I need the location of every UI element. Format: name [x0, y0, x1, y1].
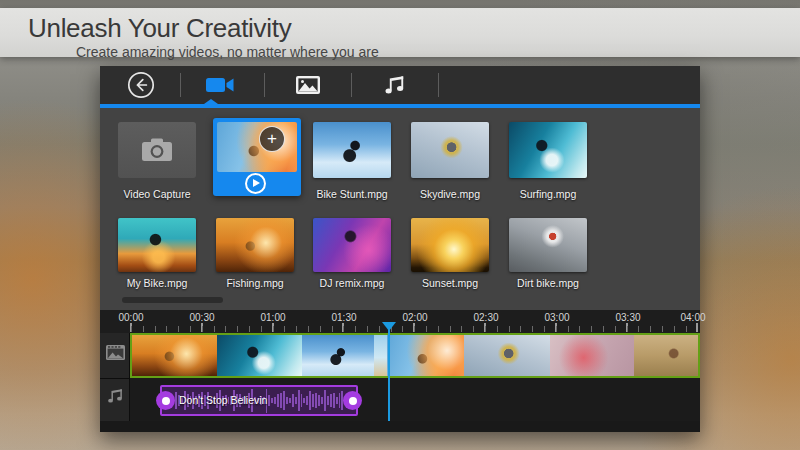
tab-divider	[438, 73, 439, 97]
media-thumb-bike-stunt[interactable]	[313, 122, 391, 178]
tile-label: My Bike.mpg	[108, 277, 206, 289]
media-thumb-skydive[interactable]	[411, 122, 489, 178]
selected-clip-tile[interactable]: +	[213, 118, 301, 196]
ruler-label: 03:30	[603, 312, 653, 323]
timeline-video-track[interactable]	[130, 333, 700, 378]
playhead-handle[interactable]	[382, 322, 396, 331]
audio-clip[interactable]: Don't Stop Believin	[160, 385, 358, 416]
track-header-column	[100, 333, 130, 421]
media-thumb-dj-remix[interactable]	[313, 218, 391, 272]
ruler-label: 00:30	[177, 312, 227, 323]
selected-clip-thumbnail	[217, 122, 297, 172]
photo-icon	[295, 75, 321, 95]
trim-handle-left[interactable]	[156, 391, 175, 410]
tab-divider	[351, 73, 352, 97]
tile-label: Fishing.mpg	[206, 277, 304, 289]
back-button[interactable]	[113, 70, 169, 100]
ruler-label: 02:00	[390, 312, 440, 323]
ruler-minor-ticks	[131, 326, 697, 332]
active-tab-caret	[204, 99, 218, 104]
media-thumb-surfing[interactable]	[509, 122, 587, 178]
timeline-ruler[interactable]: 00:00 00:30 01:00 01:30 02:00 02:30 03:0…	[100, 310, 700, 333]
tile-label: Video Capture	[108, 188, 206, 200]
add-icon[interactable]: +	[259, 126, 285, 152]
media-thumb-sunset[interactable]	[411, 218, 489, 272]
app-panel: Video Capture + Bike Stunt.mpg Skydive.m…	[100, 66, 700, 432]
timeline: 00:00 00:30 01:00 01:30 02:00 02:30 03:0…	[100, 310, 700, 432]
timeline-audio-track[interactable]: Don't Stop Believin	[130, 378, 700, 421]
ruler-label: 04:00	[668, 312, 718, 323]
timeline-clip-skydive[interactable]	[464, 335, 550, 376]
tile-label: DJ remix.mpg	[303, 277, 401, 289]
tab-photo-library[interactable]	[280, 70, 336, 100]
tile-label: Skydive.mpg	[401, 188, 499, 200]
banner-title: Unleash Your Creativity	[28, 13, 291, 44]
video-track-icon	[105, 344, 126, 361]
promo-banner: Unleash Your Creativity Create amazing v…	[0, 8, 800, 57]
ruler-label: 02:30	[461, 312, 511, 323]
camera-icon	[140, 137, 174, 163]
tab-divider	[180, 73, 181, 97]
media-grid: Video Capture + Bike Stunt.mpg Skydive.m…	[100, 108, 700, 310]
grid-scrollbar[interactable]	[122, 297, 223, 303]
tab-video-library[interactable]	[192, 70, 248, 100]
timeline-clip-beach[interactable]	[374, 335, 387, 376]
tab-divider	[264, 73, 265, 97]
timeline-clip-field-bike[interactable]	[634, 335, 698, 376]
trim-handle-right[interactable]	[343, 391, 362, 410]
play-icon[interactable]	[245, 173, 266, 194]
media-thumb-fishing[interactable]	[216, 218, 294, 272]
tile-label: Surfing.mpg	[499, 188, 597, 200]
audio-clip-title: Don't Stop Believin	[179, 387, 267, 414]
track-divider	[100, 378, 130, 379]
media-thumb-my-bike[interactable]	[118, 218, 196, 272]
tab-music-library[interactable]	[367, 70, 423, 100]
banner-subtitle: Create amazing videos, no matter where y…	[76, 44, 379, 60]
music-note-icon	[384, 74, 406, 96]
ruler-label: 03:00	[532, 312, 582, 323]
video-capture-tile[interactable]	[118, 122, 196, 178]
video-camera-icon	[205, 75, 235, 95]
tab-bar	[100, 66, 700, 104]
ruler-label: 01:30	[319, 312, 369, 323]
tile-label: Sunset.mpg	[401, 277, 499, 289]
media-thumb-dirt-bike[interactable]	[509, 218, 587, 272]
tile-label: Bike Stunt.mpg	[303, 188, 401, 200]
timeline-clip-blurred[interactable]	[550, 335, 634, 376]
back-arrow-icon	[127, 71, 155, 99]
audio-track-icon	[107, 387, 124, 405]
timeline-clip-surfing[interactable]	[217, 335, 302, 376]
timeline-clip-bike-stunt[interactable]	[302, 335, 374, 376]
playhead-line	[388, 324, 390, 421]
ruler-label: 00:00	[106, 312, 156, 323]
timeline-clip-beach-jump[interactable]	[387, 335, 464, 376]
ruler-label: 01:00	[248, 312, 298, 323]
tile-label: Dirt bike.mpg	[499, 277, 597, 289]
timeline-clip-fishing[interactable]	[132, 335, 217, 376]
